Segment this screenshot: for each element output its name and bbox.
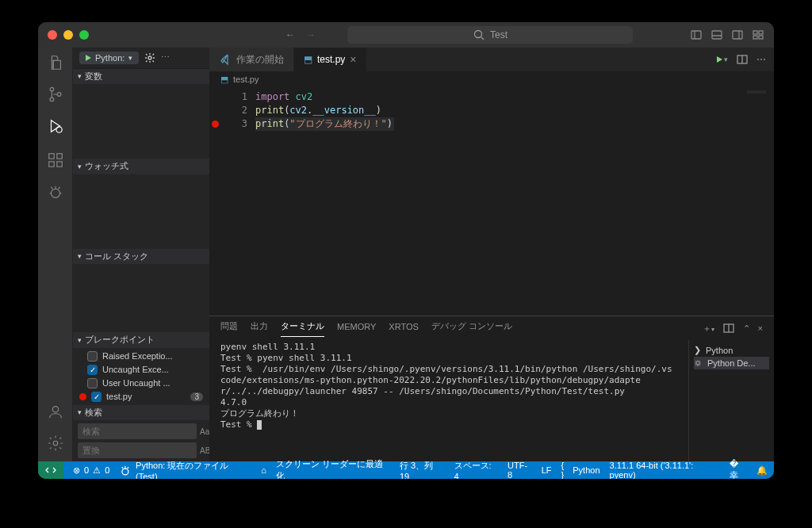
svg-point-8 — [50, 87, 54, 91]
panel-tab-debugconsole[interactable]: デバッグ コンソール — [431, 320, 512, 336]
svg-point-19 — [148, 56, 151, 59]
svg-point-22 — [122, 469, 128, 475]
command-center[interactable]: Test — [347, 26, 633, 44]
close-panel-icon[interactable]: × — [758, 323, 763, 333]
layout-panel-icon[interactable] — [710, 29, 723, 41]
run-config-label: Python: — [95, 53, 124, 63]
svg-rect-7 — [759, 36, 763, 39]
minimize-window[interactable] — [63, 30, 73, 40]
status-debug-target[interactable]: Python: 現在のファイル (Test) — [119, 460, 251, 480]
extensions-icon[interactable] — [47, 151, 64, 169]
code-editor[interactable]: 123 import cv2 print(cv2.__version__) pr… — [209, 87, 774, 316]
svg-point-0 — [474, 31, 481, 38]
more-icon[interactable]: ⋯ — [161, 52, 170, 63]
terminal-item-python[interactable]: ❯Python — [694, 343, 769, 357]
run-debug-icon[interactable] — [47, 117, 64, 137]
replace-input[interactable] — [78, 442, 197, 458]
svg-rect-1 — [691, 31, 701, 39]
vscode-icon — [219, 53, 232, 66]
terminal-item-python-debug[interactable]: ⛭Python De... — [694, 357, 769, 369]
start-debug-button[interactable]: Python: ▾ — [79, 52, 139, 64]
watch-section[interactable]: ▾ウォッチ式 — [73, 159, 209, 174]
callstack-section[interactable]: ▾コール スタック — [73, 249, 209, 264]
svg-rect-6 — [753, 36, 757, 39]
panel-tab-terminal[interactable]: ターミナル — [281, 320, 324, 337]
titlebar: ← → Test — [38, 22, 774, 48]
svg-point-11 — [56, 127, 61, 132]
status-home-icon[interactable]: ⌂ — [261, 465, 266, 475]
terminal-icon: ❯ — [694, 345, 701, 355]
terminal-output: pyenv shell 3.11.1 Test % pyenv shell 3.… — [220, 342, 672, 430]
explorer-icon[interactable] — [47, 54, 64, 71]
line-numbers: 123 — [220, 87, 255, 316]
svg-rect-13 — [48, 162, 53, 166]
terminal[interactable]: pyenv shell 3.11.1 Test % pyenv shell 3.… — [209, 340, 688, 461]
svg-point-17 — [52, 407, 58, 412]
customize-layout-icon[interactable] — [752, 29, 764, 41]
svg-rect-12 — [48, 154, 53, 159]
status-problems[interactable]: ⊗0⚠0 — [73, 465, 109, 476]
status-interpreter[interactable]: 3.11.1 64-bit ('3.11.1': pyenv) — [610, 461, 721, 479]
breakpoints-section[interactable]: ▾ブレークポイント — [73, 332, 209, 347]
maximize-panel-icon[interactable]: ⌃ — [743, 323, 750, 334]
debug-sidebar: Python: ▾ ⋯ ▾変数 ▾ウォッチ式 ▾コール スタック ▾ブレークポイ… — [73, 48, 209, 461]
status-encoding[interactable]: UTF-8 — [508, 461, 532, 479]
panel-tab-problems[interactable]: 問題 — [220, 320, 238, 336]
bp-uncaught-exceptions[interactable]: ✓Uncaught Exce... — [73, 363, 209, 377]
layout-sidebar-right-icon[interactable] — [731, 29, 744, 41]
status-bar: ⊗0⚠0 Python: 現在のファイル (Test) ⌂ スクリーン リーダー… — [38, 461, 774, 479]
status-language[interactable]: { } Python — [561, 461, 600, 479]
panel-tab-output[interactable]: 出力 — [251, 320, 268, 336]
bp-user-uncaught[interactable]: User Uncaught ... — [73, 377, 209, 390]
tab-welcome[interactable]: 作業の開始 — [209, 48, 294, 71]
traffic-lights — [48, 30, 89, 40]
terminal-cursor — [257, 420, 262, 430]
editor-tabs: 作業の開始 ⬒ test.py × ▾ ⋯ — [209, 48, 774, 71]
status-bell-icon[interactable]: 🔔 — [756, 465, 768, 476]
split-terminal-icon[interactable] — [722, 322, 735, 335]
svg-rect-14 — [56, 162, 61, 166]
search-section[interactable]: ▾検索 — [73, 405, 209, 420]
zoom-window[interactable] — [79, 30, 89, 40]
bp-raised-exceptions[interactable]: Raised Exceptio... — [73, 350, 209, 363]
editor-area: 作業の開始 ⬒ test.py × ▾ ⋯ ⬒ test.py — [209, 48, 774, 461]
layout-sidebar-left-icon[interactable] — [690, 29, 703, 41]
debug-icon: ⛭ — [694, 358, 703, 368]
nav-back-icon[interactable]: ← — [285, 29, 295, 40]
testing-icon[interactable] — [47, 183, 64, 201]
breadcrumb[interactable]: ⬒ test.py — [209, 71, 774, 87]
split-editor-icon[interactable] — [736, 53, 749, 66]
status-lncol[interactable]: 行 3、列 19 — [400, 460, 445, 480]
play-icon — [86, 55, 91, 61]
run-file-button[interactable]: ▾ — [717, 55, 728, 63]
svg-rect-2 — [712, 31, 722, 39]
remote-indicator[interactable] — [38, 461, 63, 479]
status-eol[interactable]: LF — [542, 465, 552, 475]
close-window[interactable] — [48, 30, 57, 40]
nav-forward-icon[interactable]: → — [306, 29, 316, 40]
search-icon — [473, 29, 485, 41]
gear-icon[interactable] — [144, 52, 156, 64]
svg-point-9 — [50, 98, 54, 101]
panel-tab-xrtos[interactable]: XRTOS — [389, 322, 419, 335]
breakpoint-gutter-icon[interactable] — [212, 121, 219, 128]
svg-point-10 — [57, 93, 61, 97]
status-spaces[interactable]: スペース: 4 — [454, 460, 498, 480]
close-tab-icon[interactable]: × — [350, 53, 356, 66]
accounts-icon[interactable] — [47, 403, 64, 420]
python-file-icon: ⬒ — [220, 75, 228, 85]
search-input[interactable] — [78, 423, 197, 439]
search-text: Test — [490, 29, 508, 40]
settings-gear-icon[interactable] — [47, 434, 64, 452]
status-feedback-icon[interactable]: �幸 — [730, 459, 747, 479]
match-case-icon[interactable]: Aa — [200, 427, 209, 436]
panel-tab-memory[interactable]: MEMORY — [337, 322, 376, 335]
source-control-icon[interactable] — [47, 86, 64, 103]
new-terminal-icon[interactable]: ＋▾ — [703, 323, 714, 335]
status-screenreader[interactable]: スクリーン リーダーに最適化 — [276, 458, 390, 479]
tab-testpy[interactable]: ⬒ test.py × — [294, 48, 367, 71]
variables-section[interactable]: ▾変数 — [73, 69, 209, 84]
bp-file-row[interactable]: ✓test.py3 — [73, 390, 209, 404]
more-actions-icon[interactable]: ⋯ — [756, 54, 766, 65]
minimap[interactable] — [747, 90, 766, 94]
